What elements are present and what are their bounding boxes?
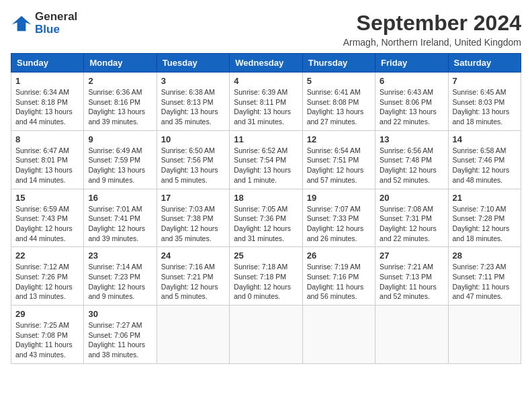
header: General Blue September 2024 Armagh, Nort… (11, 11, 521, 48)
calendar-header-row: SundayMondayTuesdayWednesdayThursdayFrid… (11, 54, 521, 73)
day-number: 12 (307, 134, 371, 144)
day-info: Sunrise: 6:34 AM Sunset: 8:18 PM Dayligh… (15, 87, 79, 127)
day-info: Sunrise: 6:58 AM Sunset: 7:46 PM Dayligh… (453, 146, 517, 185)
day-cell-4: 4Sunrise: 6:39 AM Sunset: 8:11 PM Daylig… (230, 73, 302, 131)
calendar-week-3: 15Sunrise: 6:59 AM Sunset: 7:43 PM Dayli… (11, 189, 521, 247)
day-cell-2: 2Sunrise: 6:36 AM Sunset: 8:16 PM Daylig… (84, 73, 157, 131)
day-info: Sunrise: 6:36 AM Sunset: 8:16 PM Dayligh… (88, 87, 152, 127)
day-cell-1: 1Sunrise: 6:34 AM Sunset: 8:18 PM Daylig… (11, 73, 84, 131)
day-number: 26 (307, 250, 371, 261)
day-cell-28: 28Sunrise: 7:23 AM Sunset: 7:11 PM Dayli… (448, 247, 521, 306)
day-number: 3 (161, 76, 225, 86)
day-number: 5 (307, 76, 371, 86)
logo-icon (11, 13, 32, 34)
day-info: Sunrise: 7:10 AM Sunset: 7:28 PM Dayligh… (453, 204, 517, 244)
day-number: 6 (380, 76, 443, 86)
day-info: Sunrise: 6:56 AM Sunset: 7:48 PM Dayligh… (380, 146, 443, 185)
day-info: Sunrise: 6:52 AM Sunset: 7:54 PM Dayligh… (234, 146, 298, 185)
day-cell-23: 23Sunrise: 7:14 AM Sunset: 7:23 PM Dayli… (84, 247, 157, 306)
calendar-week-2: 8Sunrise: 6:47 AM Sunset: 8:01 PM Daylig… (11, 130, 521, 189)
day-header-thursday: Thursday (302, 54, 375, 73)
day-number: 19 (307, 193, 371, 203)
logo: General Blue (11, 11, 77, 36)
day-info: Sunrise: 7:01 AM Sunset: 7:41 PM Dayligh… (88, 204, 152, 244)
day-info: Sunrise: 7:03 AM Sunset: 7:38 PM Dayligh… (161, 204, 225, 244)
day-header-wednesday: Wednesday (230, 54, 302, 73)
day-cell-16: 16Sunrise: 7:01 AM Sunset: 7:41 PM Dayli… (84, 189, 157, 247)
day-cell-10: 10Sunrise: 6:50 AM Sunset: 7:56 PM Dayli… (157, 130, 229, 189)
day-number: 7 (453, 76, 517, 86)
empty-cell (230, 306, 302, 364)
title-block: September 2024 Armagh, Northern Ireland,… (343, 11, 521, 48)
day-info: Sunrise: 6:50 AM Sunset: 7:56 PM Dayligh… (161, 146, 225, 185)
day-number: 4 (234, 76, 298, 86)
day-info: Sunrise: 7:14 AM Sunset: 7:23 PM Dayligh… (88, 262, 152, 302)
day-cell-22: 22Sunrise: 7:12 AM Sunset: 7:26 PM Dayli… (11, 247, 84, 306)
calendar-week-1: 1Sunrise: 6:34 AM Sunset: 8:18 PM Daylig… (11, 73, 521, 131)
day-cell-3: 3Sunrise: 6:38 AM Sunset: 8:13 PM Daylig… (157, 73, 229, 131)
day-number: 28 (453, 250, 517, 261)
day-info: Sunrise: 6:54 AM Sunset: 7:51 PM Dayligh… (307, 146, 371, 185)
day-number: 24 (161, 250, 225, 261)
day-cell-7: 7Sunrise: 6:45 AM Sunset: 8:03 PM Daylig… (448, 73, 521, 131)
day-info: Sunrise: 7:18 AM Sunset: 7:18 PM Dayligh… (234, 262, 298, 302)
day-number: 8 (15, 134, 79, 144)
day-header-sunday: Sunday (11, 54, 84, 73)
day-number: 15 (15, 193, 79, 203)
logo-blue: Blue (35, 24, 77, 36)
day-number: 14 (453, 134, 517, 144)
day-cell-25: 25Sunrise: 7:18 AM Sunset: 7:18 PM Dayli… (230, 247, 302, 306)
day-cell-29: 29Sunrise: 7:25 AM Sunset: 7:08 PM Dayli… (11, 306, 84, 364)
day-cell-30: 30Sunrise: 7:27 AM Sunset: 7:06 PM Dayli… (84, 306, 157, 364)
day-cell-18: 18Sunrise: 7:05 AM Sunset: 7:36 PM Dayli… (230, 189, 302, 247)
day-info: Sunrise: 6:49 AM Sunset: 7:59 PM Dayligh… (88, 146, 152, 185)
calendar-week-4: 22Sunrise: 7:12 AM Sunset: 7:26 PM Dayli… (11, 247, 521, 306)
day-cell-17: 17Sunrise: 7:03 AM Sunset: 7:38 PM Dayli… (157, 189, 229, 247)
day-info: Sunrise: 6:47 AM Sunset: 8:01 PM Dayligh… (15, 146, 79, 185)
day-number: 21 (453, 193, 517, 203)
day-cell-6: 6Sunrise: 6:43 AM Sunset: 8:06 PM Daylig… (375, 73, 448, 131)
day-cell-21: 21Sunrise: 7:10 AM Sunset: 7:28 PM Dayli… (448, 189, 521, 247)
day-number: 18 (234, 193, 298, 203)
calendar-table: SundayMondayTuesdayWednesdayThursdayFrid… (11, 53, 521, 364)
day-cell-26: 26Sunrise: 7:19 AM Sunset: 7:16 PM Dayli… (302, 247, 375, 306)
day-cell-19: 19Sunrise: 7:07 AM Sunset: 7:33 PM Dayli… (302, 189, 375, 247)
day-info: Sunrise: 6:43 AM Sunset: 8:06 PM Dayligh… (380, 87, 443, 127)
day-info: Sunrise: 7:27 AM Sunset: 7:06 PM Dayligh… (88, 320, 152, 360)
day-info: Sunrise: 7:16 AM Sunset: 7:21 PM Dayligh… (161, 262, 225, 302)
day-info: Sunrise: 7:07 AM Sunset: 7:33 PM Dayligh… (307, 204, 371, 244)
day-number: 22 (15, 250, 79, 261)
calendar-week-5: 29Sunrise: 7:25 AM Sunset: 7:08 PM Dayli… (11, 306, 521, 364)
day-number: 25 (234, 250, 298, 261)
day-cell-20: 20Sunrise: 7:08 AM Sunset: 7:31 PM Dayli… (375, 189, 448, 247)
day-number: 9 (88, 134, 152, 144)
empty-cell (375, 306, 448, 364)
day-number: 10 (161, 134, 225, 144)
day-cell-12: 12Sunrise: 6:54 AM Sunset: 7:51 PM Dayli… (302, 130, 375, 189)
empty-cell (157, 306, 229, 364)
day-header-saturday: Saturday (448, 54, 521, 73)
day-info: Sunrise: 6:38 AM Sunset: 8:13 PM Dayligh… (161, 87, 225, 127)
logo-general: General (35, 11, 77, 24)
day-cell-8: 8Sunrise: 6:47 AM Sunset: 8:01 PM Daylig… (11, 130, 84, 189)
day-cell-9: 9Sunrise: 6:49 AM Sunset: 7:59 PM Daylig… (84, 130, 157, 189)
day-info: Sunrise: 6:45 AM Sunset: 8:03 PM Dayligh… (453, 87, 517, 127)
day-header-monday: Monday (84, 54, 157, 73)
day-header-tuesday: Tuesday (157, 54, 229, 73)
day-header-friday: Friday (375, 54, 448, 73)
empty-cell (302, 306, 375, 364)
day-cell-11: 11Sunrise: 6:52 AM Sunset: 7:54 PM Dayli… (230, 130, 302, 189)
day-number: 16 (88, 193, 152, 203)
day-info: Sunrise: 7:05 AM Sunset: 7:36 PM Dayligh… (234, 204, 298, 244)
day-cell-24: 24Sunrise: 7:16 AM Sunset: 7:21 PM Dayli… (157, 247, 229, 306)
day-number: 11 (234, 134, 298, 144)
day-info: Sunrise: 6:41 AM Sunset: 8:08 PM Dayligh… (307, 87, 371, 127)
day-cell-13: 13Sunrise: 6:56 AM Sunset: 7:48 PM Dayli… (375, 130, 448, 189)
day-number: 30 (88, 309, 152, 319)
day-info: Sunrise: 6:39 AM Sunset: 8:11 PM Dayligh… (234, 87, 298, 127)
day-info: Sunrise: 7:25 AM Sunset: 7:08 PM Dayligh… (15, 320, 79, 360)
day-info: Sunrise: 7:19 AM Sunset: 7:16 PM Dayligh… (307, 262, 371, 302)
month-title: September 2024 (343, 11, 521, 36)
day-number: 17 (161, 193, 225, 203)
day-cell-5: 5Sunrise: 6:41 AM Sunset: 8:08 PM Daylig… (302, 73, 375, 131)
